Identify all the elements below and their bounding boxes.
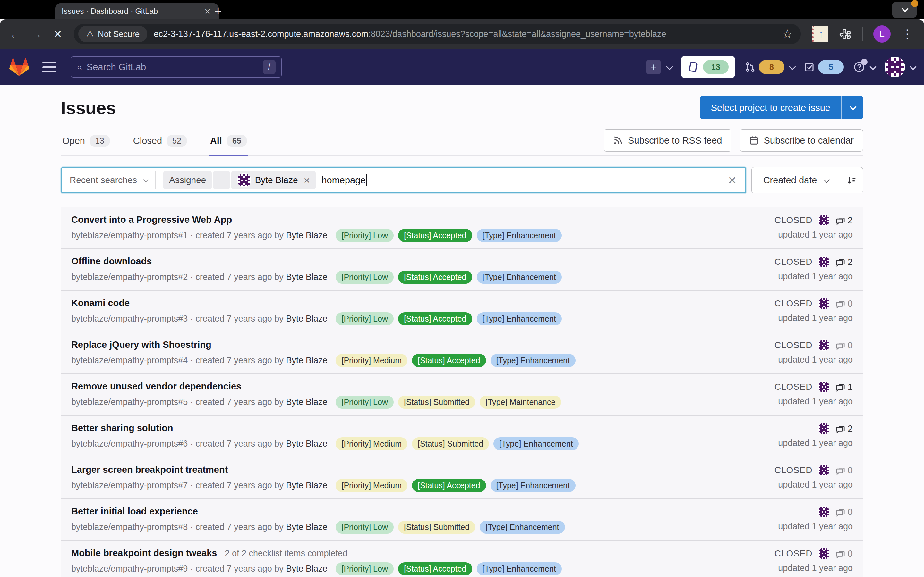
tab-all[interactable]: All 65: [209, 129, 248, 155]
comments-count[interactable]: 0: [835, 548, 853, 559]
todos-nav-button[interactable]: 5: [804, 60, 844, 74]
comments-count[interactable]: 2: [835, 257, 853, 268]
help-menu[interactable]: [853, 61, 875, 73]
label-status[interactable]: [Status] Submitted: [398, 396, 475, 409]
user-menu[interactable]: [885, 57, 915, 77]
stop-button[interactable]: ×: [48, 26, 67, 42]
assignee-avatar[interactable]: [818, 298, 830, 309]
create-new-menu[interactable]: +: [646, 60, 672, 74]
back-button[interactable]: ←: [6, 27, 25, 41]
filtered-search-bar[interactable]: Recent searches Assignee = Byte Blaze × …: [61, 167, 746, 193]
label-status[interactable]: [Status] Accepted: [398, 229, 472, 242]
browser-tab[interactable]: Issues · Dashboard · GitLab ×: [55, 3, 219, 19]
issue-title-link[interactable]: Better sharing solution: [71, 423, 173, 434]
label-priority[interactable]: [Priority] Low: [336, 521, 393, 534]
assignee-avatar[interactable]: [818, 423, 830, 434]
issue-author-link[interactable]: Byte Blaze: [286, 356, 327, 366]
issue-title-link[interactable]: Offline downloads: [71, 256, 152, 267]
issue-title-link[interactable]: Convert into a Progressive Web App: [71, 214, 232, 225]
issue-author-link[interactable]: Byte Blaze: [286, 522, 327, 532]
user-avatar[interactable]: [885, 57, 905, 77]
assignee-avatar[interactable]: [818, 464, 830, 476]
issue-title-link[interactable]: Larger screen breakpoint treatment: [71, 464, 228, 475]
tab-open[interactable]: Open 13: [61, 129, 111, 155]
label-type[interactable]: [Type] Enhancement: [491, 479, 575, 492]
issues-nav-button[interactable]: 13: [681, 56, 735, 78]
gitlab-logo[interactable]: [9, 57, 29, 77]
select-project-create-issue-button[interactable]: Select project to create issue: [700, 96, 841, 119]
bookmark-star-icon[interactable]: ☆: [782, 27, 792, 41]
label-type[interactable]: [Type] Enhancement: [480, 521, 565, 534]
label-status[interactable]: [Status] Accepted: [412, 354, 486, 367]
not-secure-badge[interactable]: ⚠ Not Secure: [78, 26, 147, 42]
label-type[interactable]: [Type] Enhancement: [477, 229, 562, 242]
label-priority[interactable]: [Priority] Medium: [336, 354, 407, 367]
recent-searches-dropdown[interactable]: Recent searches: [69, 175, 147, 185]
assignee-avatar[interactable]: [818, 506, 830, 518]
comments-count[interactable]: 2: [835, 424, 853, 434]
issue-author-link[interactable]: Byte Blaze: [286, 439, 327, 449]
address-bar[interactable]: ⚠ Not Secure ec2-3-137-176-117.us-east-2…: [74, 24, 801, 44]
assignee-avatar[interactable]: [818, 214, 830, 226]
filter-token-value[interactable]: Byte Blaze ×: [231, 171, 316, 189]
issue-author-link[interactable]: Byte Blaze: [286, 480, 327, 490]
browser-menu-icon[interactable]: ⋮: [901, 27, 913, 41]
label-status[interactable]: [Status] Accepted: [398, 271, 472, 284]
label-type[interactable]: [Type] Enhancement: [493, 437, 578, 450]
sort-field-dropdown[interactable]: Created date: [752, 167, 840, 193]
issue-title-link[interactable]: Remove unused vendor dependencies: [71, 381, 241, 392]
label-priority[interactable]: [Priority] Low: [336, 312, 393, 326]
issue-author-link[interactable]: Byte Blaze: [286, 564, 327, 574]
assignee-avatar[interactable]: [818, 381, 830, 393]
label-type[interactable]: [Type] Enhancement: [477, 312, 562, 326]
comments-count[interactable]: 0: [835, 298, 853, 309]
remove-token-icon[interactable]: ×: [304, 174, 310, 187]
issue-author-link[interactable]: Byte Blaze: [286, 397, 327, 407]
label-status[interactable]: [Status] Accepted: [398, 562, 472, 575]
assignee-avatar[interactable]: [818, 548, 830, 559]
label-priority[interactable]: [Priority] Low: [336, 229, 393, 242]
label-type[interactable]: [Type] Enhancement: [477, 562, 562, 575]
main-menu-icon[interactable]: [38, 57, 61, 77]
comments-count[interactable]: 0: [835, 507, 853, 517]
label-priority[interactable]: [Priority] Low: [336, 271, 393, 284]
label-priority[interactable]: [Priority] Medium: [336, 437, 407, 450]
label-status[interactable]: [Status] Accepted: [398, 312, 472, 326]
issue-title-link[interactable]: Konami code: [71, 298, 129, 308]
filter-token-operator[interactable]: =: [213, 171, 230, 189]
issue-author-link[interactable]: Byte Blaze: [286, 230, 327, 240]
label-type[interactable]: [Type] Maintenance: [480, 396, 561, 409]
comments-count[interactable]: 0: [835, 340, 853, 351]
label-status[interactable]: [Status] Submitted: [412, 437, 489, 450]
label-status[interactable]: [Status] Submitted: [398, 521, 475, 534]
label-priority[interactable]: [Priority] Low: [336, 562, 393, 575]
gitlab-search-input[interactable]: ⌕ Search GitLab /: [71, 56, 282, 77]
clear-search-icon[interactable]: ×: [721, 172, 743, 188]
forward-button[interactable]: →: [27, 27, 46, 41]
comments-count[interactable]: 0: [835, 465, 853, 476]
label-status[interactable]: [Status] Accepted: [412, 479, 486, 492]
browser-profile-avatar[interactable]: L: [873, 25, 891, 43]
create-issue-dropdown-button[interactable]: [841, 96, 863, 119]
new-tab-button[interactable]: +: [214, 5, 222, 17]
issue-author-link[interactable]: Byte Blaze: [286, 272, 327, 282]
issue-title-link[interactable]: Mobile breakpoint design tweaks: [71, 548, 217, 558]
extensions-puzzle-icon[interactable]: [838, 27, 852, 41]
label-priority[interactable]: [Priority] Low: [336, 396, 393, 409]
issue-author-link[interactable]: Byte Blaze: [286, 314, 327, 324]
comments-count[interactable]: 1: [835, 382, 853, 392]
issue-title-link[interactable]: Better initial load experience: [71, 506, 198, 517]
tab-closed[interactable]: Closed 52: [132, 129, 188, 155]
assignee-avatar[interactable]: [818, 340, 830, 351]
comments-count[interactable]: 2: [835, 215, 853, 226]
tab-close-icon[interactable]: ×: [202, 6, 212, 16]
tab-search-button[interactable]: [892, 2, 917, 18]
subscribe-rss-button[interactable]: Subscribe to RSS feed: [604, 129, 731, 152]
issue-title-link[interactable]: Replace jQuery with Shoestring: [71, 340, 212, 350]
label-priority[interactable]: [Priority] Medium: [336, 479, 407, 492]
reading-extension-icon[interactable]: ↑: [812, 26, 829, 42]
assignee-avatar[interactable]: [818, 256, 830, 268]
label-type[interactable]: [Type] Enhancement: [491, 354, 575, 367]
label-type[interactable]: [Type] Enhancement: [477, 271, 562, 284]
subscribe-calendar-button[interactable]: Subscribe to calendar: [740, 129, 863, 152]
